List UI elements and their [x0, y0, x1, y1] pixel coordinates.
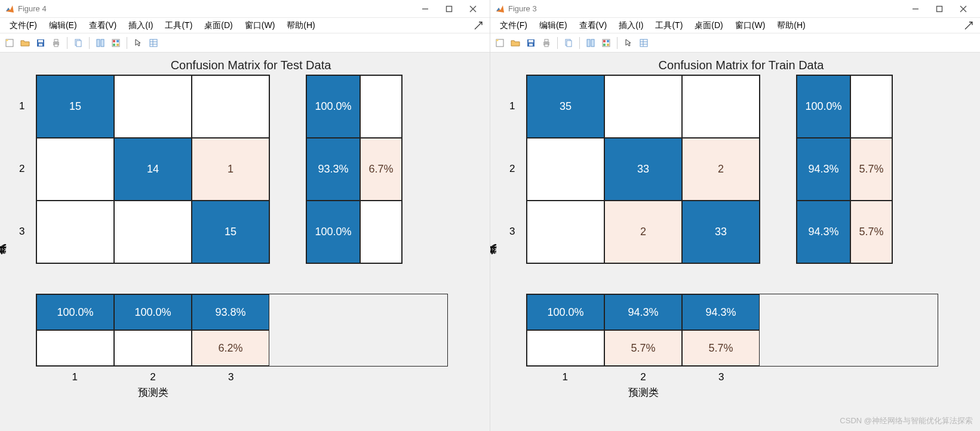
- menu-file[interactable]: 文件(F): [494, 19, 533, 32]
- x-tick-labels: 123: [36, 371, 270, 383]
- col-correct-pct: 100.0%: [527, 294, 604, 330]
- x-axis-label: 预测类: [36, 386, 270, 399]
- title-bar[interactable]: Figure 3: [490, 0, 980, 18]
- matrix-cell: [36, 138, 114, 201]
- menu-edit[interactable]: 编辑(E): [533, 19, 573, 32]
- svg-rect-34: [545, 44, 548, 47]
- figure-window-right: Figure 3 文件(F) 编辑(E) 查看(V) 插入(I) 工具(T) 桌…: [490, 0, 980, 431]
- matrix-cell: [682, 75, 760, 138]
- matrix-cell: 1: [192, 138, 269, 201]
- copy-button[interactable]: [561, 36, 576, 50]
- menu-insert[interactable]: 插入(I): [613, 19, 649, 32]
- menu-tools[interactable]: 工具(T): [649, 19, 689, 32]
- close-button[interactable]: [461, 1, 485, 17]
- col-wrong-pct: 5.7%: [682, 330, 760, 366]
- new-figure-button[interactable]: [2, 36, 17, 50]
- row-wrong-pct: 5.7%: [850, 201, 892, 263]
- matrix-cell: [114, 201, 192, 263]
- row-wrong-pct: 5.7%: [850, 138, 892, 201]
- workspace: Figure 4 文件(F) 编辑(E) 查看(V) 插入(I) 工具(T) 桌…: [0, 0, 980, 431]
- row-wrong-pct: [360, 75, 402, 138]
- link-axes-button[interactable]: [583, 36, 598, 50]
- svg-rect-1: [447, 6, 452, 11]
- menu-desktop[interactable]: 桌面(D): [689, 19, 729, 32]
- dock-icon[interactable]: [964, 21, 973, 30]
- matrix-cell: 33: [682, 201, 760, 263]
- menu-window[interactable]: 窗口(W): [239, 19, 281, 32]
- menu-edit[interactable]: 编辑(E): [43, 19, 83, 32]
- menu-desktop[interactable]: 桌面(D): [198, 19, 238, 32]
- new-figure-button[interactable]: [493, 36, 507, 50]
- svg-rect-14: [101, 39, 104, 47]
- title-bar[interactable]: Figure 4: [0, 0, 490, 18]
- watermark-text: CSDN @神经网络与智能优化算法探索: [840, 415, 973, 426]
- matrix-cell: [527, 201, 604, 263]
- col-summary: 100.0%94.3%94.3%5.7%5.7%: [526, 294, 938, 367]
- svg-rect-7: [39, 44, 42, 46]
- row-correct-pct: 100.0%: [306, 201, 360, 263]
- svg-rect-31: [529, 44, 533, 46]
- matrix-cell: 33: [604, 138, 682, 201]
- svg-rect-37: [587, 39, 590, 47]
- chart-title: Confusion Matrix for Test Data: [24, 59, 478, 72]
- chart-title: Confusion Matrix for Train Data: [514, 59, 968, 72]
- dock-icon[interactable]: [474, 21, 483, 30]
- col-correct-pct: 100.0%: [114, 294, 192, 330]
- copy-button[interactable]: [71, 36, 85, 50]
- plot-area: Confusion Matrix for Train Data 真实类 123 …: [490, 53, 980, 431]
- minimize-button[interactable]: [904, 1, 927, 17]
- property-editor-button[interactable]: [146, 36, 161, 50]
- svg-rect-17: [116, 40, 119, 42]
- window-title: Figure 4: [18, 4, 47, 13]
- confusion-matrix: 35332233: [526, 75, 760, 264]
- menu-help[interactable]: 帮助(H): [771, 19, 811, 32]
- row-correct-pct: 94.3%: [797, 201, 850, 263]
- colorbar-button[interactable]: [109, 36, 123, 50]
- link-axes-button[interactable]: [93, 36, 107, 50]
- matrix-cell: [114, 75, 192, 138]
- maximize-button[interactable]: [927, 1, 951, 17]
- col-correct-pct: 94.3%: [682, 294, 760, 330]
- menu-view[interactable]: 查看(V): [83, 19, 123, 32]
- matrix-cell: [527, 138, 604, 201]
- row-summary: 100.0%93.3%6.7%100.0%: [306, 75, 403, 264]
- property-editor-button[interactable]: [637, 36, 651, 50]
- col-correct-pct: 100.0%: [36, 294, 114, 330]
- svg-rect-20: [150, 39, 157, 47]
- svg-rect-25: [937, 6, 942, 11]
- svg-rect-42: [603, 44, 606, 46]
- menu-bar: 文件(F) 编辑(E) 查看(V) 插入(I) 工具(T) 桌面(D) 窗口(W…: [0, 18, 490, 33]
- y-axis-label: 真实类: [0, 75, 8, 263]
- open-button[interactable]: [508, 36, 523, 50]
- col-wrong-pct: [114, 330, 192, 366]
- menu-file[interactable]: 文件(F): [4, 19, 43, 32]
- pointer-button[interactable]: [621, 36, 635, 50]
- menu-window[interactable]: 窗口(W): [729, 19, 772, 32]
- svg-rect-44: [640, 39, 647, 47]
- menu-help[interactable]: 帮助(H): [281, 19, 321, 32]
- pointer-button[interactable]: [131, 36, 145, 50]
- maximize-button[interactable]: [437, 1, 461, 17]
- y-tick-labels: 123: [509, 75, 515, 263]
- svg-rect-36: [567, 41, 572, 47]
- print-button[interactable]: [49, 36, 63, 50]
- minimize-button[interactable]: [413, 1, 437, 17]
- save-button[interactable]: [524, 36, 538, 50]
- menu-tools[interactable]: 工具(T): [159, 19, 198, 32]
- svg-rect-41: [607, 40, 609, 42]
- svg-rect-30: [529, 40, 533, 42]
- row-correct-pct: 93.3%: [306, 138, 360, 201]
- row-correct-pct: 94.3%: [797, 138, 850, 201]
- svg-rect-13: [97, 39, 100, 47]
- colorbar-button[interactable]: [599, 36, 613, 50]
- save-button[interactable]: [33, 36, 48, 50]
- col-wrong-pct: [36, 330, 114, 366]
- print-button[interactable]: [539, 36, 554, 50]
- menu-insert[interactable]: 插入(I): [122, 19, 159, 32]
- svg-rect-10: [54, 44, 58, 47]
- close-button[interactable]: [951, 1, 975, 17]
- svg-rect-40: [603, 40, 606, 42]
- menu-view[interactable]: 查看(V): [573, 19, 613, 32]
- open-button[interactable]: [18, 36, 32, 50]
- svg-rect-19: [116, 44, 119, 46]
